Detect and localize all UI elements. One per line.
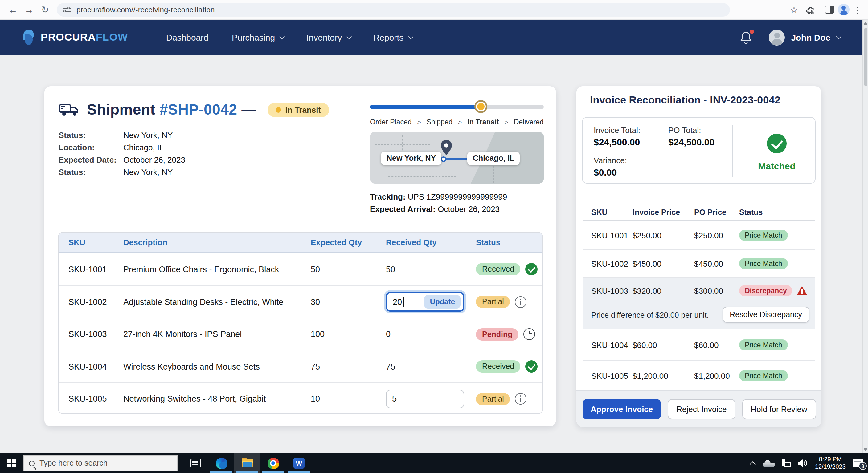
invoice-title: Invoice Reconciliation - INV-2023-0042 (590, 94, 780, 106)
table-header: SKU Invoice Price PO Price Status (583, 204, 815, 221)
step-in-transit: In Transit (467, 118, 499, 126)
search-icon (29, 460, 34, 466)
discrepancy-note-row: Price difference of $20.00 per unit. Res… (583, 304, 815, 329)
nav-item-dashboard[interactable]: Dashboard (166, 33, 208, 42)
po-total-label: PO Total: (668, 126, 701, 135)
toolbar-divider (820, 5, 821, 14)
discrepancy-note: Price difference of $20.00 per unit. (591, 311, 709, 319)
received-qty-input[interactable]: 5 (386, 390, 464, 408)
taskbar-chrome[interactable] (260, 453, 286, 473)
word-icon: W (293, 458, 305, 469)
windows-taskbar: W 8:29 PM 12/19/2023 3 (0, 453, 868, 473)
nav-item-inventory[interactable]: Inventory (306, 33, 350, 42)
table-row: SKU-1003 27-inch 4K Monitors - IPS Panel… (59, 318, 542, 350)
action-center-icon[interactable]: 3 (852, 459, 863, 468)
taskbar-edge[interactable] (208, 453, 234, 473)
tray-clock[interactable]: 8:29 PM 12/19/2023 (815, 456, 846, 471)
scroll-up-arrow[interactable] (864, 22, 867, 25)
table-row: SKU-1001 Premium Office Chairs - Ergonom… (59, 252, 542, 285)
task-view-button[interactable] (183, 453, 208, 473)
shipment-fields: Status:New York, NY Location:Chicago, IL… (59, 131, 185, 180)
status-pill: Discrepancy (739, 285, 793, 296)
field-row: Status:New York, NY (59, 131, 185, 143)
browser-forward-icon[interactable]: → (21, 4, 37, 15)
edge-icon (215, 457, 227, 469)
progress-fill (370, 105, 481, 109)
update-button[interactable]: Update (425, 295, 461, 309)
approve-invoice-button[interactable]: Approve Invoice (583, 399, 661, 419)
status-dot-icon (276, 107, 281, 112)
reject-invoice-button[interactable]: Reject Invoice (668, 399, 735, 419)
browser-back-icon[interactable]: ← (5, 4, 21, 15)
table-header: SKU Description Expected Qty Received Qt… (59, 233, 542, 252)
received-qty-input[interactable]: 20 Update (386, 292, 464, 312)
warning-triangle-icon (797, 286, 807, 295)
browser-toolbar: ← → ↻ procuraflow.com//-receiving-reconc… (0, 0, 868, 20)
taskbar-file-explorer[interactable] (234, 453, 260, 473)
brand-logo[interactable]: PROCURAFLOW (24, 30, 128, 45)
bookmark-star-icon[interactable]: ☆ (787, 4, 801, 15)
invoice-actions: Approve Invoice Reject Invoice Hold for … (577, 391, 821, 427)
shipment-progress: Order Placed > Shipped > In Transit > De… (370, 105, 544, 126)
status-pill: Price Match (739, 370, 787, 381)
url-text: procuraflow.com//-receiving-reconciliati… (76, 5, 215, 14)
route-map: New York, NY Chicago, IL (370, 132, 544, 183)
user-name[interactable]: John Doe (791, 33, 830, 42)
invoice-reconciliation-panel: Invoice Reconciliation - INV-2023-0042 I… (577, 86, 821, 427)
status-pill: Pending (476, 328, 519, 340)
browser-menu-icon[interactable]: ⋮ (853, 5, 862, 14)
brand-logo-icon (24, 30, 36, 45)
nav-item-reports[interactable]: Reports (373, 33, 411, 42)
matched-check-icon (767, 134, 786, 154)
chevron-down-icon (408, 34, 413, 39)
status-pill: Price Match (739, 339, 787, 350)
status-pill: Received (476, 263, 520, 275)
brand-name: PROCURAFLOW (41, 31, 128, 44)
volume-icon[interactable] (798, 459, 808, 468)
summary-divider (733, 125, 733, 177)
chevron-down-icon[interactable] (836, 34, 841, 39)
running-indicator (288, 471, 310, 473)
table-row: SKU-1002 $450.00 $450.00 Price Match (583, 250, 815, 278)
extensions-icon[interactable] (805, 3, 817, 16)
check-circle-icon (525, 263, 537, 275)
shipment-title: Shipment #SHP-0042 — (87, 101, 256, 118)
address-bar[interactable]: procuraflow.com//-receiving-reconciliati… (57, 3, 730, 16)
browser-reload-icon[interactable]: ↻ (37, 4, 53, 15)
truck-icon (59, 102, 80, 117)
tray-chevron-icon[interactable] (750, 461, 756, 467)
po-total-value: $24,500.00 (668, 137, 714, 147)
onedrive-icon[interactable] (763, 460, 775, 467)
network-icon[interactable] (782, 460, 791, 467)
hold-for-review-button[interactable]: Hold for Review (742, 399, 816, 419)
table-row: SKU-1005 Networking Switches - 48 Port, … (59, 382, 542, 414)
taskbar-search[interactable] (24, 455, 178, 471)
site-settings-icon[interactable] (63, 6, 71, 13)
variance-value: $0.00 (594, 167, 617, 177)
nav-item-purchasing[interactable]: Purchasing (232, 33, 283, 42)
side-panel-icon[interactable] (825, 5, 834, 13)
scrollbar-thumb[interactable] (864, 28, 867, 86)
notification-count-badge: 3 (859, 462, 867, 470)
taskbar-word[interactable]: W (286, 453, 312, 473)
scroll-down-arrow[interactable] (864, 448, 867, 451)
search-input[interactable] (39, 459, 157, 468)
browser-profile-icon[interactable] (838, 4, 849, 15)
notifications-bell[interactable] (739, 30, 754, 45)
variance-label: Variance: (594, 156, 627, 165)
avatar[interactable] (769, 30, 785, 45)
info-icon[interactable] (515, 296, 527, 308)
table-row: SKU-1003 $320.00 $300.00 Discrepancy (583, 278, 815, 304)
table-row: SKU-1004 $60.00 $60.00 Price Match (583, 330, 815, 361)
info-icon[interactable] (515, 393, 527, 405)
clock-icon (524, 328, 535, 340)
windows-logo-icon (7, 459, 16, 468)
chevron-down-icon (279, 34, 284, 39)
invoice-total-label: Invoice Total: (594, 126, 640, 135)
file-explorer-icon (241, 459, 253, 468)
map-pin-icon (439, 139, 453, 157)
resolve-discrepancy-button[interactable]: Resolve Discrepancy (722, 307, 809, 323)
start-button[interactable] (0, 453, 24, 473)
progress-track (370, 105, 544, 109)
vertical-scrollbar[interactable] (863, 20, 868, 453)
